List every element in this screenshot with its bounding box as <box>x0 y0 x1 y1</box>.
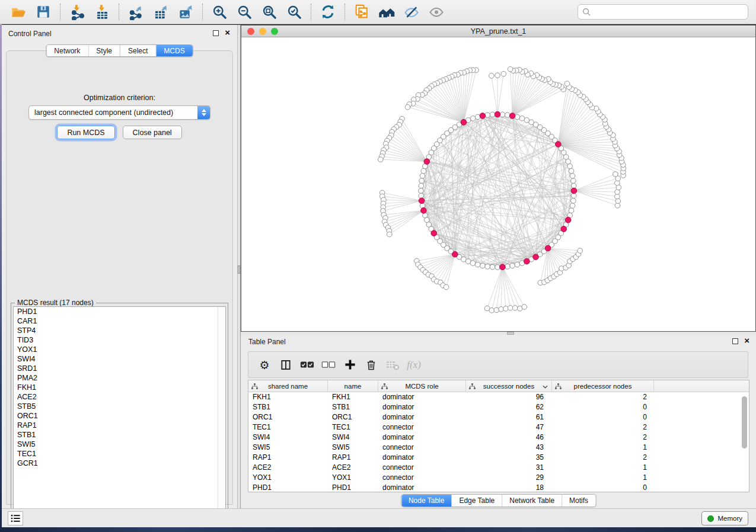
table-row[interactable]: ORC1ORC1dominator610 <box>248 412 749 422</box>
network-node[interactable] <box>420 203 425 209</box>
network-node[interactable] <box>510 263 515 268</box>
mcds-node[interactable] <box>561 226 567 232</box>
show-detail-icon[interactable] <box>426 2 446 21</box>
network-node[interactable] <box>470 261 476 266</box>
edge[interactable] <box>390 210 424 234</box>
edge[interactable] <box>502 267 515 308</box>
mcds-node[interactable] <box>431 230 437 236</box>
mcds-node[interactable] <box>556 142 562 148</box>
zoom-fit-icon[interactable] <box>259 2 279 21</box>
column-header-mcds-role[interactable]: MCDS role <box>378 380 466 392</box>
mcds-result-list[interactable]: PHD1CAR1STP4TID3YOX1SWI4SRD1PMA2FKH1ACE2… <box>13 306 226 520</box>
edge[interactable] <box>487 267 503 309</box>
mcds-result-item[interactable]: PMA2 <box>14 373 225 383</box>
import-table-icon[interactable] <box>92 2 112 21</box>
edge[interactable] <box>492 76 497 114</box>
edge[interactable] <box>497 74 503 114</box>
network-node[interactable] <box>465 259 471 264</box>
network-node[interactable] <box>571 183 576 188</box>
column-header-name[interactable]: name <box>328 380 378 392</box>
zoom-out-icon[interactable] <box>234 2 254 21</box>
network-node[interactable] <box>421 168 426 174</box>
network-node[interactable] <box>519 116 525 121</box>
network-node[interactable] <box>569 208 574 213</box>
table-scrollbar[interactable] <box>742 395 748 489</box>
table-cell[interactable]: dominator <box>378 432 466 443</box>
table-cell[interactable]: connector <box>378 443 466 453</box>
network-node[interactable] <box>571 198 576 204</box>
table-row[interactable]: FKH1FKH1dominator962 <box>248 392 749 402</box>
mcds-node[interactable] <box>524 258 530 264</box>
table-cell[interactable]: ACE2 <box>328 463 378 473</box>
edge[interactable] <box>455 122 464 254</box>
table-cell[interactable]: 1 <box>552 463 654 473</box>
satellite-node[interactable] <box>489 308 495 313</box>
edge[interactable] <box>558 111 598 144</box>
edge[interactable] <box>399 125 427 162</box>
satellite-node[interactable] <box>614 181 620 186</box>
column-header-predecessor-nodes[interactable]: predecessor nodes <box>552 380 654 392</box>
mcds-node[interactable] <box>419 198 425 204</box>
mcds-node[interactable] <box>571 188 577 194</box>
edge[interactable] <box>464 70 476 122</box>
float-panel-icon[interactable] <box>213 30 219 36</box>
satellite-node[interactable] <box>378 157 383 162</box>
network-node[interactable] <box>515 262 520 267</box>
table-cell[interactable]: 47 <box>466 422 552 432</box>
satellite-node[interactable] <box>405 104 410 110</box>
table-cell[interactable]: 61 <box>466 412 552 422</box>
network-node[interactable] <box>475 114 480 120</box>
edge[interactable] <box>502 267 510 308</box>
network-node[interactable] <box>515 114 520 120</box>
hide-detail-icon[interactable] <box>401 2 422 21</box>
mcds-result-item[interactable]: STP4 <box>14 326 225 335</box>
table-cell[interactable]: SWI4 <box>248 432 328 443</box>
mcds-result-item[interactable]: FKH1 <box>14 383 225 392</box>
network-node[interactable] <box>485 113 490 118</box>
table-cell[interactable]: 2 <box>552 432 654 443</box>
edge[interactable] <box>511 69 513 116</box>
edge[interactable] <box>382 193 422 200</box>
satellite-node[interactable] <box>503 306 509 312</box>
table-cell[interactable]: TEC1 <box>328 422 378 432</box>
mcds-node[interactable] <box>500 264 506 270</box>
network-node[interactable] <box>571 178 576 184</box>
table-cell[interactable]: 31 <box>466 463 552 473</box>
table-row[interactable]: RAP1RAP1dominator352 <box>248 453 749 463</box>
tab-motifs[interactable]: Motifs <box>562 495 595 507</box>
network-node[interactable] <box>419 183 424 188</box>
edge[interactable] <box>413 104 464 122</box>
satellite-node[interactable] <box>444 284 449 290</box>
table-cell[interactable]: STB1 <box>328 402 378 412</box>
network-node[interactable] <box>505 264 511 270</box>
mcds-node[interactable] <box>480 113 486 119</box>
edge[interactable] <box>502 267 524 307</box>
satellite-node[interactable] <box>501 71 506 76</box>
table-cell[interactable]: 62 <box>466 402 552 412</box>
mcds-node[interactable] <box>509 113 515 119</box>
table-cell[interactable]: 2 <box>552 453 654 463</box>
delete-table-icon[interactable] <box>385 357 400 373</box>
edge[interactable] <box>558 107 592 144</box>
table-cell[interactable]: SWI4 <box>328 432 378 443</box>
network-node[interactable] <box>505 113 511 118</box>
edge[interactable] <box>383 201 422 207</box>
edge[interactable] <box>422 181 574 191</box>
table-cell[interactable]: SWI5 <box>328 443 378 453</box>
table-cell[interactable]: 2 <box>552 392 654 402</box>
edge[interactable] <box>574 191 617 206</box>
table-cell[interactable]: PHD1 <box>328 483 378 493</box>
close-table-panel-icon[interactable]: × <box>744 335 749 347</box>
mcds-node[interactable] <box>452 251 458 257</box>
edge[interactable] <box>423 254 455 270</box>
table-cell[interactable]: connector <box>378 473 466 483</box>
network-node[interactable] <box>480 263 486 268</box>
satellite-node[interactable] <box>387 232 392 237</box>
edge[interactable] <box>512 79 542 116</box>
network-graph[interactable] <box>241 37 755 331</box>
table-settings-gear-icon[interactable]: ⚙ <box>257 357 272 373</box>
zoom-selected-icon[interactable] <box>284 2 304 21</box>
network-node[interactable] <box>524 118 529 123</box>
network-node[interactable] <box>500 112 505 117</box>
network-node[interactable] <box>490 112 495 117</box>
